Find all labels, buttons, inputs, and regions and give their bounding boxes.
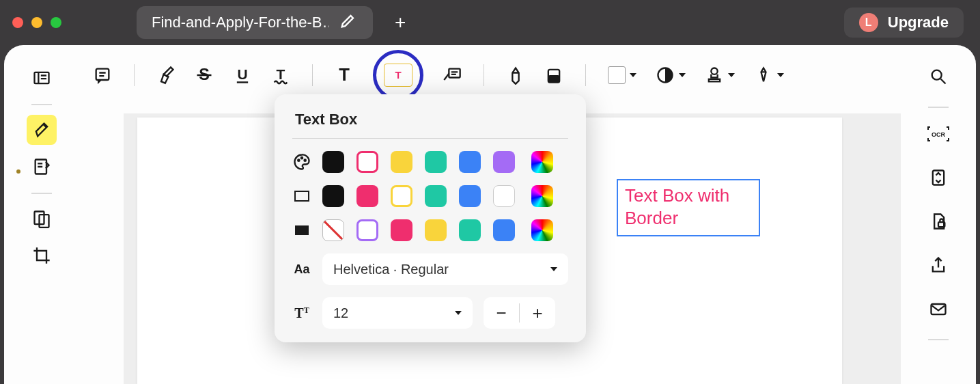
color-swatch-white[interactable] xyxy=(493,185,515,207)
font-row: Aa Helvetica · Regular xyxy=(292,253,568,285)
text-box-annotation[interactable]: Text Box with Border xyxy=(617,179,760,236)
font-select-label: Helvetica · Regular xyxy=(333,262,449,277)
color-swatch-blue[interactable] xyxy=(493,219,515,241)
font-select[interactable]: Helvetica · Regular xyxy=(322,253,568,285)
note-tool[interactable] xyxy=(93,66,112,85)
font-icon: Aa xyxy=(292,262,311,277)
svg-text:T: T xyxy=(277,66,285,82)
svg-text:OCR: OCR xyxy=(932,131,946,138)
color-swatch-purple[interactable] xyxy=(493,151,515,173)
eraser-tool[interactable] xyxy=(544,66,563,85)
active-indicator-dot xyxy=(16,169,20,174)
chevron-down-icon xyxy=(679,73,686,77)
chevron-down-icon xyxy=(451,311,462,315)
divider xyxy=(134,64,135,86)
color-swatch-teal[interactable] xyxy=(425,151,447,173)
filled-rectangle-icon xyxy=(292,224,311,236)
ocr-icon[interactable]: OCR xyxy=(923,119,953,149)
svg-rect-37 xyxy=(295,191,309,201)
svg-point-32 xyxy=(711,68,717,74)
color-swatch-blue[interactable] xyxy=(459,185,481,207)
font-size-icon: TT xyxy=(292,305,311,321)
app-frame: OCR S U T xyxy=(4,45,976,384)
color-swatch-yellow[interactable] xyxy=(425,219,447,241)
underline-tool[interactable]: U xyxy=(233,66,252,85)
textbox-icon: T xyxy=(384,64,412,87)
color-swatch-teal[interactable] xyxy=(425,185,447,207)
sidebar-item-crop[interactable] xyxy=(27,241,57,271)
font-size-stepper: − + xyxy=(484,297,555,329)
document-tab-title: Find-and-Apply-For-the-B… xyxy=(152,14,329,31)
divider xyxy=(31,193,52,194)
textbox-tool[interactable]: T xyxy=(373,50,423,100)
color-swatch-pink[interactable] xyxy=(356,185,378,207)
document-tab[interactable]: Find-and-Apply-For-the-B… xyxy=(137,6,373,39)
color-swatch-black[interactable] xyxy=(322,151,344,173)
signature-tool[interactable] xyxy=(754,66,784,85)
sidebar-item-view[interactable] xyxy=(27,63,57,93)
font-size-value: 12 xyxy=(333,305,348,321)
color-swatch-purple[interactable] xyxy=(356,219,378,241)
left-sidebar xyxy=(4,45,79,384)
color-swatch-none[interactable] xyxy=(322,219,344,241)
fill-color-row xyxy=(292,219,568,241)
chevron-down-icon xyxy=(546,267,557,271)
account-area[interactable]: L Upgrade xyxy=(844,8,964,38)
color-swatch-teal[interactable] xyxy=(459,219,481,241)
sidebar-item-page[interactable] xyxy=(27,204,57,234)
sidebar-item-annotate[interactable] xyxy=(27,115,57,145)
divider xyxy=(484,64,484,86)
strikethrough-tool[interactable]: S xyxy=(195,66,214,85)
color-swatch-yellow[interactable] xyxy=(391,185,412,207)
svg-rect-15 xyxy=(96,69,109,80)
highlighter-tool[interactable] xyxy=(156,66,176,85)
stamp-tool[interactable] xyxy=(705,66,735,85)
font-size-row: TT 12 − + xyxy=(292,297,568,329)
border-color-row xyxy=(292,185,568,207)
chevron-down-icon xyxy=(777,73,784,77)
callout-tool[interactable] xyxy=(443,66,462,85)
close-window-button[interactable] xyxy=(12,17,23,28)
color-swatch-custom[interactable] xyxy=(531,151,553,173)
search-icon[interactable] xyxy=(923,61,953,92)
share-icon[interactable] xyxy=(923,250,953,280)
mail-icon[interactable] xyxy=(923,294,953,324)
fullscreen-window-button[interactable] xyxy=(51,17,61,28)
divider xyxy=(312,64,313,86)
svg-point-34 xyxy=(298,160,299,161)
decrease-size-button[interactable]: − xyxy=(484,297,519,329)
svg-point-9 xyxy=(932,70,942,80)
lock-icon[interactable] xyxy=(923,206,953,236)
square-icon xyxy=(608,66,626,84)
color-swatch-blue[interactable] xyxy=(459,151,481,173)
svg-rect-14 xyxy=(932,304,946,314)
palette-icon xyxy=(292,152,311,172)
divider xyxy=(928,339,949,340)
pencil-tool[interactable] xyxy=(506,66,525,85)
new-tab-button[interactable]: + xyxy=(395,12,406,33)
popover-title: Text Box xyxy=(292,108,568,138)
divider xyxy=(31,104,52,105)
title-bar: Find-and-Apply-For-the-B… + L Upgrade xyxy=(0,0,980,45)
rectangle-icon xyxy=(292,190,311,202)
color-swatch-custom[interactable] xyxy=(531,219,553,241)
color-swatch-pink[interactable] xyxy=(356,151,378,173)
upgrade-label: Upgrade xyxy=(888,14,949,31)
chevron-down-icon xyxy=(728,73,735,77)
sidebar-item-edit[interactable] xyxy=(27,152,57,182)
color-swatch-black[interactable] xyxy=(322,185,344,207)
squiggly-tool[interactable]: T xyxy=(271,66,290,85)
increase-size-button[interactable]: + xyxy=(520,297,555,329)
color-swatch-yellow[interactable] xyxy=(391,151,412,173)
text-tool[interactable]: T xyxy=(335,66,354,85)
svg-text:U: U xyxy=(237,66,247,82)
opacity-tool[interactable] xyxy=(656,66,686,85)
divider xyxy=(585,64,586,86)
color-swatch-custom[interactable] xyxy=(531,185,553,207)
divider xyxy=(928,107,949,108)
convert-icon[interactable] xyxy=(923,163,953,193)
color-swatch-pink[interactable] xyxy=(391,219,412,241)
font-size-select[interactable]: 12 xyxy=(322,297,473,329)
fill-color-tool[interactable] xyxy=(608,66,636,84)
minimize-window-button[interactable] xyxy=(31,17,42,28)
